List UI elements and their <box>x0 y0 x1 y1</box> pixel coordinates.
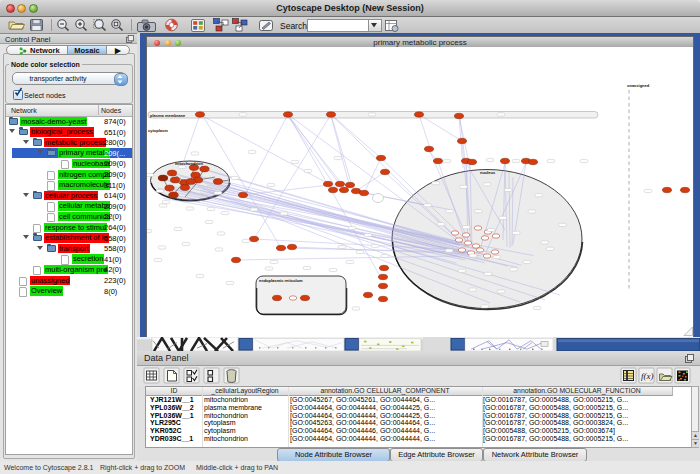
svg-text:endoplasmic reticulum: endoplasmic reticulum <box>259 278 303 283</box>
svg-text:cytoplasm: cytoplasm <box>148 128 168 133</box>
svg-text:nucleus: nucleus <box>480 170 496 175</box>
svg-text:plasma membrane: plasma membrane <box>150 113 186 118</box>
svg-text:mitochondrion: mitochondrion <box>175 161 204 166</box>
svg-text:f(x): f(x) <box>641 371 654 381</box>
svg-text:unassigned: unassigned <box>627 83 650 88</box>
